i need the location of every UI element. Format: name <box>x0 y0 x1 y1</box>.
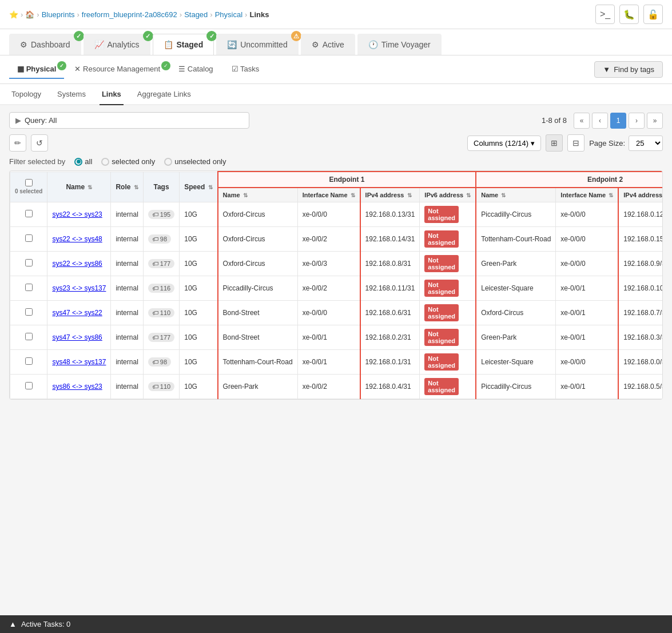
page-1-btn[interactable]: 1 <box>610 113 626 129</box>
links-table-wrapper: 0 selected Name ⇅ Role ⇅ Tags Speed ⇅ En… <box>9 170 663 400</box>
subnav-systems[interactable]: Systems <box>55 84 88 105</box>
pagination: 1-8 of 8 « ‹ 1 › » <box>542 113 663 129</box>
not-assigned-badge: Notassigned <box>424 329 459 346</box>
not-assigned-badge: Notassigned <box>424 206 459 223</box>
tab-tasks[interactable]: ☑ Tasks <box>224 60 268 79</box>
query-input[interactable]: ▶ Query: All <box>9 112 249 129</box>
row-link[interactable]: sys22 <-> sys48 <box>52 235 102 243</box>
home-link: 🏠 <box>25 10 34 19</box>
th-endpoint1: Endpoint 1 <box>218 172 476 188</box>
refresh-button[interactable]: ↺ <box>31 134 48 152</box>
tab-physical[interactable]: ▦ Physical ✓ <box>9 60 64 79</box>
row-link[interactable]: sys47 <-> sys86 <box>52 333 102 341</box>
selected-count: 0 selected <box>15 188 42 194</box>
breadcrumb-staged[interactable]: Staged <box>184 10 208 19</box>
filter-unselected-radio[interactable] <box>164 158 172 166</box>
th-tags: Tags <box>143 172 179 202</box>
table-view-btn[interactable]: ⊞ <box>546 134 563 152</box>
grid-view-btn[interactable]: ⊟ <box>567 134 584 152</box>
row-checkbox[interactable] <box>25 357 33 365</box>
subnav-aggregate-links[interactable]: Aggregate Links <box>135 84 193 105</box>
find-by-tags-button[interactable]: ▼ Find by tags <box>594 61 663 78</box>
filter-all-label: all <box>85 157 92 166</box>
query-arrow-icon: ▶ <box>15 116 21 125</box>
tab-dashboard[interactable]: ⚙ Dashboard ✓ <box>9 34 81 55</box>
row-link[interactable]: sys23 <-> sys137 <box>52 284 106 292</box>
row-link[interactable]: sys22 <-> sys86 <box>52 260 102 268</box>
page-size-dropdown[interactable]: 25 50 100 <box>629 136 663 151</box>
tab-uncommitted[interactable]: 🔄 Uncommitted ⚠ <box>216 34 298 55</box>
row-checkbox[interactable] <box>25 210 33 217</box>
row-checkbox[interactable] <box>25 284 33 291</box>
row-checkbox[interactable] <box>25 234 33 242</box>
filter-unselected-option[interactable]: unselected only <box>164 157 226 166</box>
sub-nav: Topology Systems Links Aggregate Links <box>0 84 672 105</box>
subnav-links[interactable]: Links <box>100 84 124 105</box>
filter-label: Filter selected by <box>9 157 65 166</box>
edit-button[interactable]: ✏ <box>9 134 26 152</box>
query-label: Query: All <box>25 116 57 125</box>
lock-icon-btn[interactable]: 🔓 <box>643 5 663 24</box>
row-link[interactable]: sys86 <-> sys23 <box>52 383 102 391</box>
page-prev-btn[interactable]: ‹ <box>592 113 608 129</box>
breadcrumb-bar: ⭐ › 🏠 › Blueprints › freeform_blueprint-… <box>0 0 672 29</box>
row-checkbox[interactable] <box>25 308 33 316</box>
tab-staged[interactable]: 📋 Staged ✓ <box>153 34 214 55</box>
staged-icon: 📋 <box>164 40 173 49</box>
active-icon: ⚙ <box>312 40 319 49</box>
row-checkbox[interactable] <box>25 259 33 266</box>
tab-time-voyager[interactable]: 🕐 Time Voyager <box>357 34 442 55</box>
table-row: sys47 <-> sys86internal🏷 17710GBond-Stre… <box>10 325 663 350</box>
select-all-checkbox[interactable] <box>25 179 33 186</box>
not-assigned-badge: Notassigned <box>424 230 459 248</box>
breadcrumb-links: Links <box>249 10 269 19</box>
tab-dashboard-label: Dashboard <box>31 40 70 49</box>
breadcrumb-physical[interactable]: Physical <box>215 10 242 19</box>
tag-badge: 🏷 110 <box>148 382 174 391</box>
page-last-btn[interactable]: » <box>647 113 663 129</box>
pagination-summary: 1-8 of 8 <box>542 116 567 125</box>
secondary-tabs: ▦ Physical ✓ ✕ Resource Management ✓ ☰ C… <box>0 55 672 84</box>
page-first-btn[interactable]: « <box>574 113 590 129</box>
tab-catalog[interactable]: ☰ Catalog <box>170 60 221 79</box>
terminal-icon-btn[interactable]: >_ <box>595 5 615 24</box>
filter-all-option[interactable]: all <box>74 157 92 166</box>
table-row: sys86 <-> sys23internal🏷 11010GGreen-Par… <box>10 375 663 399</box>
th-ep1-ipv6: IPv6 address ⇅ <box>420 188 476 202</box>
tag-badge: 🏷 195 <box>148 210 174 219</box>
tab-analytics[interactable]: 📈 Analytics ✓ <box>83 34 150 55</box>
bug-icon-btn[interactable]: 🐛 <box>619 5 639 24</box>
content-area: ▶ Query: All 1-8 of 8 « ‹ 1 › » ✏ ↺ Colu… <box>0 105 672 407</box>
tab-active-label: Active <box>323 40 344 49</box>
tag-badge: 🏷 98 <box>148 234 171 244</box>
row-link[interactable]: sys47 <-> sys22 <box>52 309 102 317</box>
breadcrumb-blueprint-id[interactable]: freeform_blueprint-2a08c692 <box>82 10 177 19</box>
filter-selected-label: selected only <box>112 157 155 166</box>
row-checkbox[interactable] <box>25 333 33 340</box>
page-next-btn[interactable]: › <box>629 113 645 129</box>
tab-active[interactable]: ⚙ Active <box>301 34 355 55</box>
staged-badge: ✓ <box>206 31 217 41</box>
not-assigned-badge: Notassigned <box>424 304 459 321</box>
filter-row: Filter selected by all selected only uns… <box>9 157 663 166</box>
breadcrumb-blueprints[interactable]: Blueprints <box>42 10 75 19</box>
filter-all-radio[interactable] <box>74 158 82 166</box>
row-link[interactable]: sys22 <-> sys23 <box>52 210 102 218</box>
tab-resource-management[interactable]: ✕ Resource Management ✓ <box>66 60 168 79</box>
tag-badge: 🏷 98 <box>148 357 171 367</box>
dashboard-badge: ✓ <box>74 31 84 41</box>
page-size-label: Page Size: <box>589 139 625 148</box>
th-role: Role ⇅ <box>111 172 143 202</box>
toolbar-right: Columns (12/14) ▾ ⊞ ⊟ Page Size: 25 50 1… <box>467 134 663 152</box>
tab-physical-label: Physical <box>26 65 57 73</box>
row-checkbox[interactable] <box>25 382 33 389</box>
columns-button[interactable]: Columns (12/14) ▾ <box>467 136 541 151</box>
filter-selected-option[interactable]: selected only <box>101 157 155 166</box>
row-link[interactable]: sys48 <-> sys137 <box>52 358 106 366</box>
filter-selected-radio[interactable] <box>101 158 109 166</box>
physical-table-icon: ▦ <box>17 65 24 73</box>
subnav-topology[interactable]: Topology <box>9 84 43 105</box>
uncommitted-icon: 🔄 <box>227 40 237 49</box>
tab-catalog-label: Catalog <box>188 65 213 73</box>
time-voyager-icon: 🕐 <box>368 40 378 49</box>
